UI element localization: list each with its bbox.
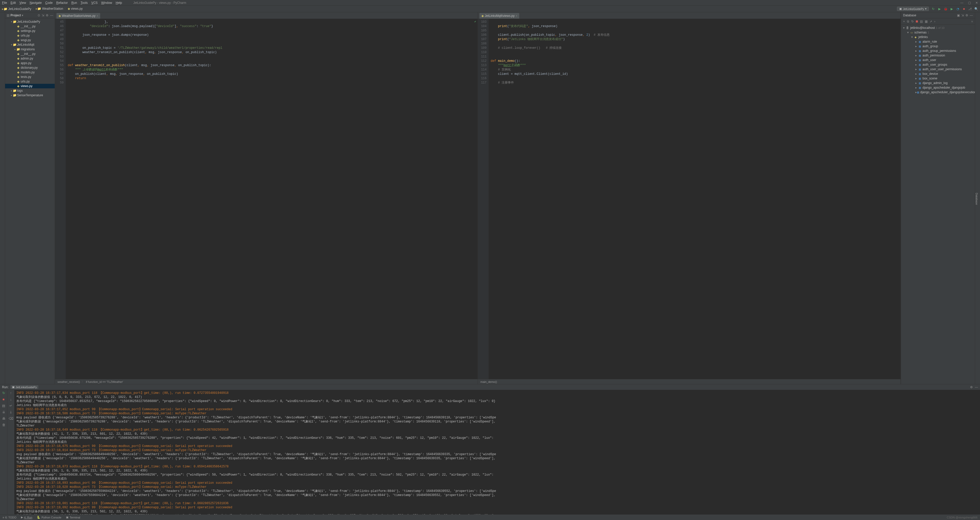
tree-node[interactable]: ◆wsgi.py [5,38,55,43]
run-config-tab[interactable]: ▣ JetLinksGuidePy [11,385,38,389]
hide-icon[interactable]: — [50,14,53,17]
breadcrumb[interactable]: ▸📁 JetLinksGuidePy〉▸📁 WeatherStation〉◆ v… [2,6,83,11]
left-tool-strip[interactable] [0,12,5,384]
tree-node[interactable]: ◆__init__.py [5,24,55,29]
tree-node[interactable]: ◆apps.py [5,61,55,65]
db-datasource[interactable]: ▾🗄jetlinks@localhost1 of 10 [901,25,975,30]
dock-icon[interactable]: ▣ [957,14,960,17]
tree-node[interactable]: ◆urls.py [5,33,55,38]
print-icon[interactable]: 🖶 [2,417,5,420]
stop-button-icon[interactable]: ■ [962,7,966,11]
trash-icon[interactable]: 🗑 [2,423,5,427]
down-icon[interactable]: ↓ [10,397,12,401]
profile-icon[interactable]: ◔ [956,7,959,11]
gear-icon[interactable]: ⚙ [970,385,973,389]
menu-tools[interactable]: Tools [81,1,88,5]
db-table[interactable]: ▸▦box_scene [901,76,975,81]
close-icon[interactable]: ✕ [975,1,978,5]
breadcrumb-item[interactable]: if function_id == 'TLZWeather' [86,380,123,384]
debug-button-icon[interactable]: 🐞 [944,7,947,11]
close-tab-icon[interactable]: × [97,14,98,17]
db-table[interactable]: ▸▦auth_user [901,58,975,62]
minimize-icon[interactable]: — [960,1,963,5]
tree-node[interactable]: ◆models.py [5,70,55,75]
tree-node[interactable]: ◆urls.py [5,79,55,84]
db-table[interactable]: ▸▦auth_group_permissions [901,49,975,53]
filter-icon[interactable]: ▿ [971,20,973,23]
db-table[interactable]: ▸▦box_device [901,71,975,76]
tree-node[interactable]: ▾📁JetLinksGuidePy [5,19,55,24]
menu-navigate[interactable]: Navigate [30,1,41,5]
run-button-icon[interactable]: ▶ [937,7,941,11]
tree-node[interactable]: ◆views.py [5,84,55,88]
editor-tab[interactable]: ◆ JetLinksMqtt\views.py × [479,13,519,19]
db-table[interactable]: ▸▦auth_user_user_permissions [901,67,975,71]
menu-window[interactable]: Window [101,1,112,5]
db-table[interactable]: ▸▦django_apscheduler_djangojobexecution [901,90,975,95]
tree-node[interactable]: ▸📁SenseTemperature [5,93,55,98]
menu-run[interactable]: Run [71,1,77,5]
tree-node[interactable]: ◆dictionary.py [5,65,55,70]
console-output[interactable]: INFO 2022-03-28 16:37:17,834 modbus_port… [14,390,980,514]
python-console-button[interactable]: 🐍 Python Console [37,516,61,519]
diagram-icon[interactable]: ➚ [930,20,932,23]
right-tool-strip[interactable]: Database [975,12,980,384]
coverage-icon[interactable]: ▶ [950,7,953,11]
scroll-icon[interactable]: ⇊ [2,410,5,414]
tree-node[interactable]: ▸📁logs [5,88,55,93]
run-tool-button[interactable]: ▶ 4: Run [21,516,32,519]
vcs-icon[interactable]: ⎇ [968,7,972,11]
code-editor[interactable]: 454647484950515253545556575859 }, "devic… [55,19,477,379]
settings-icon[interactable]: ⇲ [961,14,964,17]
editor-tab[interactable]: ◆ WeatherStation\views.py × [56,13,100,19]
soft-wrap-icon[interactable]: ↵ [10,404,12,407]
duplicate-icon[interactable]: ⧉ [907,20,909,23]
database-tree[interactable]: ▾🗄jetlinks@localhost1 of 10▾▭schemas1▾◆j… [901,25,975,384]
search-icon[interactable]: 🔍 [974,7,978,11]
gear-icon[interactable]: ⚙ [966,14,968,17]
breadcrumb-item[interactable]: 〉▸📁 WeatherStation [32,6,63,11]
db-table[interactable]: ▸▦alarm_rule [901,39,975,44]
more-icon[interactable]: › [934,20,935,23]
chevron-down-icon[interactable]: ▾ [22,14,23,17]
table-icon[interactable]: ▦ [925,20,928,23]
editor-breadcrumb[interactable]: weather_receive()〉if function_id == 'TLZ… [55,379,477,384]
console-icon[interactable]: ▤ [920,20,923,23]
stop-icon[interactable] [916,20,918,23]
tree-node[interactable]: ◆__init__.py [5,52,55,56]
clear-icon[interactable]: ⌫ [9,417,13,420]
db-table[interactable]: ▸▦auth_group [901,44,975,49]
tree-node[interactable]: ◆settings.py [5,29,55,33]
maximize-icon[interactable]: ▢ [968,1,971,5]
rerun-icon[interactable]: ↻ [2,391,5,395]
gear-icon[interactable]: ⚙ [46,14,49,17]
run-reload-icon[interactable]: ↻ [931,7,935,11]
db-table[interactable]: ▸▦django_admin_log [901,81,975,85]
terminal-button[interactable]: ▣ Terminal [66,516,80,519]
up-icon[interactable]: ↑ [10,391,12,395]
menu-view[interactable]: View [19,1,26,5]
stop-icon[interactable]: ■ [3,397,5,401]
db-table[interactable]: ▸▦django_apscheduler_djangojob [901,85,975,90]
refresh-icon[interactable]: ↻ [911,20,914,23]
collapse-icon[interactable]: ⇲ [41,14,44,17]
close-tab-icon[interactable]: × [516,14,517,17]
tree-node[interactable]: ▸📁migrations [5,47,55,52]
db-table[interactable]: ▸▦auth_permission [901,53,975,58]
breadcrumb-item[interactable]: 〉◆ views.py [64,6,83,11]
menu-file[interactable]: File [2,1,7,5]
tree-node[interactable]: ▾📁JetLinksMqtt [5,43,55,47]
menu-help[interactable]: Help [116,1,122,5]
breadcrumb-item[interactable]: weather_receive() [57,380,80,384]
menu-code[interactable]: Code [45,1,52,5]
db-table[interactable]: ▸▦auth_user_groups [901,62,975,67]
add-icon[interactable]: + [903,20,905,23]
editor-breadcrumb[interactable]: main_demo() [478,379,900,384]
hide-icon[interactable]: — [970,14,973,17]
hide-icon[interactable]: — [975,385,978,389]
db-schema[interactable]: ▾◆jetlinks [901,35,975,39]
todo-tool-button[interactable]: ≡ 6: TODO [3,516,16,519]
code-editor[interactable]: 1031041051061071081091101111121131141151… [478,19,900,379]
tree-node[interactable]: ◆admin.py [5,56,55,61]
breadcrumb-item[interactable]: ▸📁 JetLinksGuidePy [2,7,31,11]
